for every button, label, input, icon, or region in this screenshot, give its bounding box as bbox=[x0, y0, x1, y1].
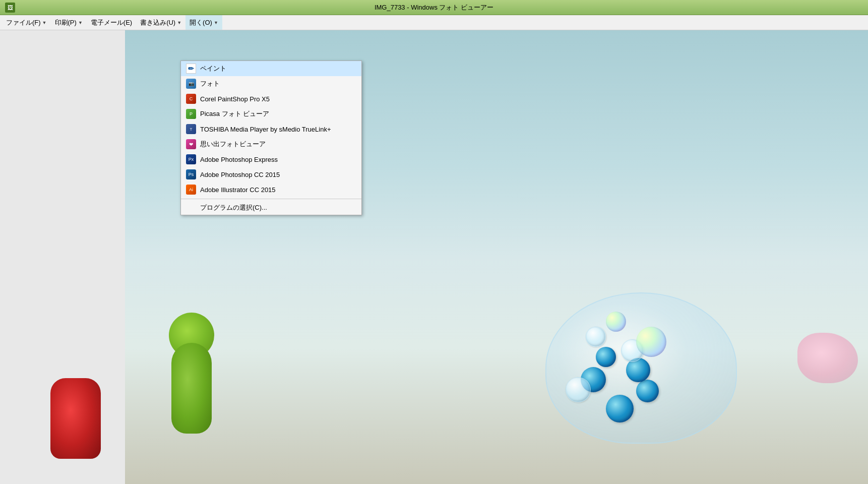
omoide-icon: ❤ bbox=[186, 139, 196, 149]
menu-email-label: 電子メール(E) bbox=[91, 18, 132, 27]
menu-print-label: 印刷(P) bbox=[55, 18, 77, 27]
menu-file-arrow: ▼ bbox=[42, 20, 47, 25]
marble-1 bbox=[606, 395, 634, 422]
psx-cc-icon: Ps bbox=[186, 169, 196, 179]
psx-express-icon: Px bbox=[186, 154, 196, 164]
red-figure bbox=[40, 358, 121, 459]
bowl-shape bbox=[545, 292, 737, 444]
dropdown-separator bbox=[181, 199, 361, 199]
glass-bowl bbox=[515, 242, 767, 444]
marbles-container bbox=[555, 307, 727, 433]
ai-cc-label: Adobe Illustrator CC 2015 bbox=[200, 186, 276, 194]
marble-4 bbox=[596, 347, 616, 367]
dropdown-item-choose-program[interactable]: プログラムの選択(C)... bbox=[181, 201, 361, 215]
omoide-label: 思い出フォトビューア bbox=[200, 140, 266, 149]
photo-label: フォト bbox=[200, 79, 220, 88]
photo-icon: 📷 bbox=[186, 79, 196, 89]
psx-express-label: Adobe Photoshop Express bbox=[200, 156, 278, 163]
paint-icon: ✏ bbox=[186, 64, 196, 74]
figure-body bbox=[171, 343, 212, 434]
window-title: IMG_7733 - Windows フォト ビューアー bbox=[375, 3, 493, 12]
corel-label: Corel PaintShop Pro X5 bbox=[200, 95, 270, 103]
dropdown-item-psx-express[interactable]: Px Adobe Photoshop Express bbox=[181, 152, 361, 167]
dropdown-item-toshiba[interactable]: T TOSHIBA Media Player by sMedio TrueLin… bbox=[181, 122, 361, 137]
menu-file[interactable]: ファイル(F) ▼ bbox=[2, 15, 51, 30]
picasa-label: Picasa フォト ビューア bbox=[200, 109, 269, 118]
titlebar: 🖼 IMG_7733 - Windows フォト ビューアー bbox=[0, 0, 868, 15]
dropdown-item-picasa[interactable]: P Picasa フォト ビューア bbox=[181, 106, 361, 122]
menubar: ファイル(F) ▼ 印刷(P) ▼ 電子メール(E) 書き込み(U) ▼ 開く(… bbox=[0, 15, 868, 30]
ai-cc-icon: Ai bbox=[186, 185, 196, 195]
marble-8 bbox=[586, 327, 606, 347]
open-with-dropdown: ✏ ペイント 📷 フォト C Corel PaintShop Pro X5 P … bbox=[180, 60, 362, 215]
green-figure bbox=[141, 282, 242, 434]
marble-6 bbox=[566, 377, 591, 402]
menu-print-arrow: ▼ bbox=[78, 20, 83, 25]
menu-write[interactable]: 書き込み(U) ▼ bbox=[136, 15, 185, 30]
menu-email[interactable]: 電子メール(E) bbox=[87, 15, 136, 30]
photo-area: ✏ ペイント 📷 フォト C Corel PaintShop Pro X5 P … bbox=[0, 30, 868, 484]
toshiba-label: TOSHIBA Media Player by sMedio TrueLink+ bbox=[200, 126, 331, 133]
dropdown-item-corel[interactable]: C Corel PaintShop Pro X5 bbox=[181, 91, 361, 106]
menu-file-label: ファイル(F) bbox=[6, 18, 41, 27]
corel-icon: C bbox=[186, 94, 196, 104]
paint-label: ペイント bbox=[200, 64, 226, 73]
marble-9 bbox=[636, 327, 666, 357]
menu-open-arrow: ▼ bbox=[214, 20, 218, 25]
toshiba-icon: T bbox=[186, 124, 196, 134]
dropdown-item-photo[interactable]: 📷 フォト bbox=[181, 76, 361, 91]
menu-open-label: 開く(O) bbox=[190, 18, 212, 27]
menu-write-arrow: ▼ bbox=[177, 20, 181, 25]
menu-write-label: 書き込み(U) bbox=[140, 18, 175, 27]
menu-open[interactable]: 開く(O) ▼ bbox=[185, 15, 222, 30]
dropdown-item-psx-cc[interactable]: Ps Adobe Photoshop CC 2015 bbox=[181, 167, 361, 182]
dropdown-item-paint[interactable]: ✏ ペイント bbox=[181, 61, 361, 76]
dropdown-item-omoide[interactable]: ❤ 思い出フォトビューア bbox=[181, 137, 361, 152]
red-body bbox=[50, 378, 101, 459]
psx-cc-label: Adobe Photoshop CC 2015 bbox=[200, 171, 280, 178]
choose-program-label: プログラムの選択(C)... bbox=[200, 204, 267, 211]
window-icon: 🖼 bbox=[5, 3, 15, 13]
menu-print[interactable]: 印刷(P) ▼ bbox=[51, 15, 87, 30]
marble-10 bbox=[606, 312, 626, 332]
marble-3 bbox=[636, 380, 659, 402]
dropdown-item-ai-cc[interactable]: Ai Adobe Illustrator CC 2015 bbox=[181, 182, 361, 197]
picasa-icon: P bbox=[186, 109, 196, 119]
